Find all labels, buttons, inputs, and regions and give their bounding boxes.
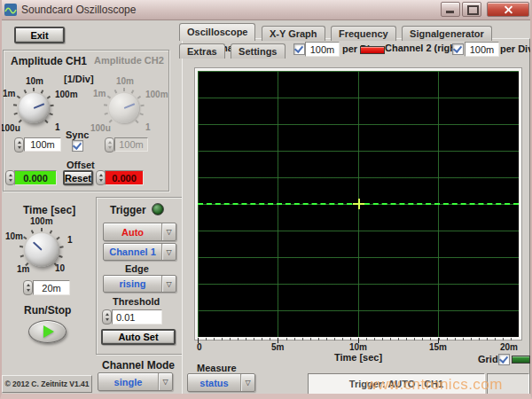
chevron-down-icon: ▽: [161, 276, 176, 292]
chevron-down-icon: ▽: [161, 223, 176, 240]
per-div-unit-label: [1/Div]: [64, 74, 94, 84]
app-icon: [4, 4, 17, 16]
x-axis-label: Time [sec]: [198, 352, 519, 363]
measure-label: Measure: [197, 363, 237, 373]
chevron-down-icon: ▽: [161, 244, 176, 260]
trigger-mode-value: Auto: [104, 223, 161, 240]
tab-settings[interactable]: Settings: [231, 43, 285, 59]
grid-label: Grid: [478, 354, 498, 364]
tab-frequency[interactable]: Frequency: [331, 26, 396, 41]
time-scale-1m: 1m: [17, 264, 29, 274]
ch2-knob-pointer: [124, 103, 136, 109]
ch1-scale-1m: 1m: [3, 89, 15, 98]
amplitude-ch1-title: Amplitude CH1: [11, 55, 87, 67]
amplitude-ch2-knob: [109, 93, 139, 123]
window-title: Soundcard Oszilloscope: [21, 4, 136, 16]
ch1-scale-10m: 10m: [26, 76, 43, 86]
ch2-scale-1: 1: [145, 122, 151, 132]
offset-ch1-value[interactable]: 0.000: [14, 170, 57, 185]
exit-button[interactable]: Exit: [14, 27, 65, 43]
x-tick-0: 0: [197, 342, 202, 352]
ch2-scale-1m: 1m: [93, 89, 106, 98]
chevron-down-icon: ▽: [158, 373, 172, 390]
grid-checkbox[interactable]: [498, 354, 510, 365]
offset-ch2-value[interactable]: 0.000: [105, 170, 144, 185]
sync-label: Sync: [66, 129, 89, 140]
time-knob[interactable]: [25, 233, 59, 267]
scope-cursor-icon[interactable]: [358, 199, 360, 209]
time-spinner[interactable]: [23, 280, 33, 295]
ch1-knob-pointer: [34, 103, 45, 109]
auto-set-button[interactable]: Auto Set: [101, 329, 176, 345]
close-button[interactable]: [487, 2, 529, 17]
offset-reset-button[interactable]: Reset: [63, 170, 93, 185]
copyright-bar: © 2012 C. Zeitnitz V1.41: [2, 375, 92, 393]
ch1-scale-100u: 100u: [0, 123, 20, 133]
threshold-spinner[interactable]: [102, 309, 112, 325]
grid-color-swatch: [512, 356, 530, 364]
time-scale-100m: 100m: [30, 216, 53, 226]
chevron-down-icon: ▽: [240, 374, 254, 391]
trigger-title: Trigger: [110, 204, 146, 216]
channel-mode-label: Channel Mode: [102, 359, 175, 372]
measure-value: status: [188, 374, 240, 391]
scope-plot-area[interactable]: [198, 71, 519, 337]
exit-label: Exit: [30, 30, 48, 41]
trigger-led-icon: [152, 203, 164, 215]
time-scale-10m: 10m: [5, 231, 23, 241]
tab-strip: Oscilloscope X-Y Graph Frequency Signalg…: [179, 23, 532, 57]
time-scale-1: 1: [67, 235, 73, 245]
run-stop-label: Run/Stop: [24, 304, 71, 317]
ch2-amplitude-value: 100m: [114, 137, 148, 152]
ch1-scale-100m: 100m: [55, 90, 78, 99]
ch2-scale-100u: 100u: [90, 123, 111, 133]
trigger-mode-dropdown[interactable]: Auto ▽: [103, 223, 176, 241]
x-tick-5m: 5m: [271, 342, 284, 352]
minimize-icon: [446, 11, 454, 13]
play-icon: [43, 325, 54, 338]
time-knob-pointer: [33, 241, 43, 250]
sync-checkbox[interactable]: [72, 140, 83, 152]
ch1-amplitude-spinner[interactable]: [14, 137, 24, 153]
offset-label: Offset: [66, 160, 95, 170]
amplitude-ch1-knob[interactable]: [19, 93, 49, 123]
app-window: Soundcard Oszilloscope Exit Amplitude CH…: [0, 0, 532, 399]
ch1-amplitude-value[interactable]: 100m: [24, 137, 61, 152]
x-tick-15m: 15m: [429, 342, 447, 352]
ch2-scale-10m: 10m: [116, 76, 134, 86]
tab-oscilloscope[interactable]: Oscilloscope: [179, 23, 255, 41]
ch2-scale-100m: 100m: [145, 90, 168, 99]
run-stop-button[interactable]: [28, 320, 66, 343]
reset-label: Reset: [65, 173, 91, 184]
trigger-edge-dropdown[interactable]: rising ▽: [103, 275, 176, 293]
channel-mode-value: single: [98, 373, 158, 390]
trigger-source-value: Channel 1: [104, 244, 161, 260]
tab-xy-graph[interactable]: X-Y Graph: [262, 26, 325, 41]
minimize-button[interactable]: [441, 2, 460, 17]
trigger-edge-value: rising: [104, 276, 161, 292]
maximize-icon: [467, 5, 479, 15]
trigger-source-dropdown[interactable]: Channel 1 ▽: [103, 243, 176, 261]
title-bar[interactable]: Soundcard Oszilloscope: [0, 0, 532, 20]
ch2-amplitude-spinner: [105, 137, 114, 153]
tab-extras[interactable]: Extras: [179, 43, 225, 59]
threshold-label: Threshold: [113, 296, 160, 307]
tab-signalgenerator[interactable]: Signalgenerator: [402, 26, 492, 41]
edge-label: Edge: [125, 263, 149, 274]
time-value[interactable]: 20m: [33, 280, 70, 295]
ch1-scale-1: 1: [55, 122, 60, 132]
auto-set-label: Auto Set: [118, 332, 158, 342]
x-tick-20m: 20m: [500, 342, 518, 352]
threshold-value[interactable]: 0.01: [112, 309, 162, 325]
watermark: www.cntronics.com: [366, 376, 503, 394]
time-title: Time [sec]: [23, 204, 75, 216]
maximize-button[interactable]: [462, 2, 481, 17]
x-tick-10m: 10m: [349, 342, 367, 352]
amplitude-ch2-title: Amplitude CH2: [94, 55, 164, 66]
measure-dropdown[interactable]: status ▽: [187, 373, 255, 392]
channel-mode-dropdown[interactable]: single ▽: [98, 372, 173, 391]
